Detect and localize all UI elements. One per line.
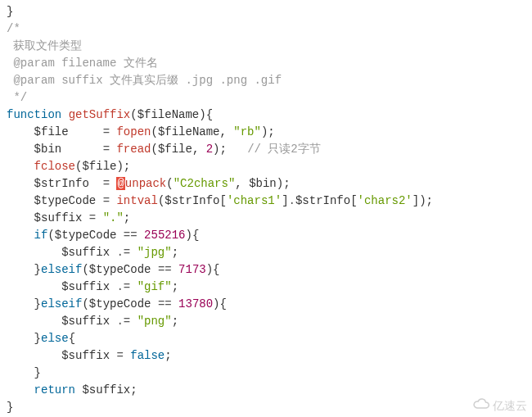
brace-close: }: [34, 366, 41, 379]
operator: .=: [116, 246, 130, 259]
paren-close: ): [213, 297, 219, 310]
brace-close: }: [7, 401, 13, 414]
function-name: getSuffix: [69, 108, 131, 121]
semicolon: ;: [165, 349, 171, 362]
paren-close: ): [199, 108, 205, 121]
number: 2: [206, 143, 213, 156]
string: "jpg": [138, 246, 172, 259]
semicolon: ;: [124, 211, 130, 224]
variable: $fileName: [158, 125, 220, 138]
variable: $bin: [249, 177, 277, 190]
function-call: fclose: [34, 160, 75, 173]
paren-open: (: [151, 143, 157, 156]
paren-close: ): [206, 263, 213, 276]
variable: $fileName: [138, 108, 200, 121]
operator: ==: [124, 229, 138, 242]
keyword-elseif: elseif: [41, 263, 82, 276]
operator: =: [103, 143, 110, 156]
number: 7173: [178, 263, 206, 276]
number: 13780: [178, 297, 213, 310]
operator: =: [89, 211, 96, 224]
bracket-open: [: [220, 194, 227, 207]
variable: $strInfo: [295, 194, 350, 207]
string: 'chars1': [227, 194, 282, 207]
paren-open: (: [82, 263, 88, 276]
string: "gif": [138, 280, 172, 293]
variable: $file: [158, 143, 192, 156]
keyword-elseif: elseif: [41, 297, 82, 310]
comma: ,: [235, 177, 241, 190]
function-call: intval: [116, 194, 157, 207]
code-block: } /* 获取文件类型 @param filename 文件名 @param s…: [7, 3, 525, 416]
brace-open: {: [206, 108, 213, 121]
variable: $strInfo: [165, 194, 219, 207]
comment-line: 获取文件类型: [7, 39, 82, 52]
paren-close: ): [116, 160, 123, 173]
paren-open: (: [47, 229, 54, 242]
operator: .=: [116, 280, 130, 293]
semicolon: ;: [130, 383, 137, 397]
semicolon: ;: [220, 143, 227, 156]
operator: .=: [116, 315, 130, 328]
watermark: 亿速云: [472, 397, 527, 415]
variable: $file: [34, 125, 69, 138]
string: "C2chars": [174, 177, 236, 190]
cloud-icon: [472, 397, 493, 415]
paren-close: ): [186, 229, 192, 242]
semicolon: ;: [172, 246, 178, 259]
brace-open: {: [69, 332, 75, 345]
operator: =: [103, 177, 110, 190]
semicolon: ;: [172, 280, 178, 293]
string: "png": [138, 315, 172, 328]
operator: .: [289, 194, 295, 207]
variable: $strInfo: [34, 177, 89, 190]
string: ".": [103, 211, 124, 224]
paren-close: ): [213, 143, 219, 156]
variable: $suffix: [61, 246, 110, 259]
brace-open: {: [213, 263, 219, 276]
variable: $file: [82, 160, 116, 173]
semicolon: ;: [172, 315, 178, 328]
keyword-function: function: [7, 108, 61, 121]
error-suppress: @: [116, 177, 124, 190]
comment-line: @param filename 文件名: [7, 57, 158, 70]
bracket-close: ]: [282, 194, 288, 207]
operator: =: [103, 125, 110, 138]
paren-close: ): [419, 194, 426, 207]
semicolon: ;: [283, 177, 290, 190]
brace-open: {: [192, 229, 199, 242]
variable: $suffix: [61, 349, 110, 362]
paren-open: (: [130, 108, 137, 121]
operator: =: [103, 194, 110, 207]
comma: ,: [220, 125, 227, 138]
function-call: fread: [116, 143, 151, 156]
brace-close: }: [34, 332, 41, 345]
semicolon: ;: [124, 160, 130, 173]
variable: $typeCode: [89, 263, 151, 276]
comment-line: @param suffix 文件真实后缀 .jpg .png .gif: [7, 74, 282, 87]
brace-close: }: [7, 5, 13, 18]
paren-open: (: [166, 177, 173, 190]
brace-open: {: [220, 297, 227, 310]
function-call: unpack: [125, 177, 166, 190]
variable: $typeCode: [55, 229, 117, 242]
operator: ==: [158, 297, 172, 310]
variable: $suffix: [82, 383, 130, 397]
brace-close: }: [34, 297, 41, 310]
operator: ==: [158, 263, 172, 276]
keyword-return: return: [34, 383, 75, 397]
brace-close: }: [34, 263, 41, 276]
comment-line: */: [7, 91, 27, 104]
string: 'chars2': [358, 194, 413, 207]
keyword-false: false: [130, 349, 165, 362]
paren-open: (: [82, 297, 88, 310]
variable: $suffix: [34, 211, 83, 224]
bracket-close: ]: [413, 194, 419, 207]
variable: $bin: [34, 143, 62, 156]
keyword-if: if: [34, 229, 48, 242]
variable: $typeCode: [34, 194, 97, 207]
comment-inline: // 只读2字节: [247, 143, 321, 156]
function-call: fopen: [116, 125, 151, 138]
variable: $suffix: [61, 280, 110, 293]
paren-open: (: [151, 125, 157, 138]
